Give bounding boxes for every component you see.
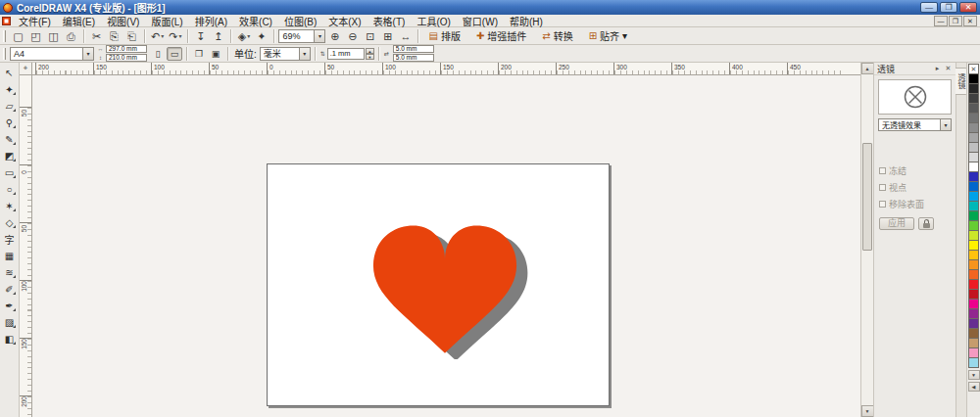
eyedropper-tool[interactable]: ✐: [1, 281, 18, 297]
dropdown-arrow-icon[interactable]: ▾: [247, 32, 250, 39]
crop-tool[interactable]: ▱: [1, 98, 18, 114]
checkbox-icon[interactable]: [879, 201, 886, 208]
dropdown-arrow-icon[interactable]: ▾: [161, 32, 164, 39]
lens-option-checkbox[interactable]: 视点: [879, 181, 951, 194]
dropdown-arrow-icon[interactable]: ▾: [178, 32, 181, 39]
cut-button[interactable]: ✂: [88, 28, 105, 44]
freehand-tool[interactable]: ✎: [1, 131, 18, 147]
polygon-tool[interactable]: ✶: [1, 198, 18, 213]
snap-button[interactable]: ⊞贴齐▾: [583, 28, 633, 44]
units-combo[interactable]: 毫米 ▾: [260, 47, 311, 61]
dropdown-arrow-icon[interactable]: ▾: [314, 30, 324, 42]
horizontal-ruler[interactable]: 20015010050050100150200250300350400450: [32, 63, 860, 75]
save-button[interactable]: ◫: [45, 28, 62, 44]
paper-type-combo[interactable]: A4 ▾: [10, 47, 94, 61]
palette-flyout-icon[interactable]: ◀: [968, 382, 980, 392]
paper-height-field[interactable]: 210.0 mm: [106, 54, 147, 62]
fill-tool[interactable]: ▨: [1, 314, 18, 330]
spin-down-icon[interactable]: ▾: [366, 54, 374, 60]
table-tool[interactable]: ▦: [1, 248, 18, 263]
undo-button[interactable]: ↶▾: [149, 28, 166, 44]
outline-tool[interactable]: ✒: [1, 298, 18, 313]
color-swatch[interactable]: [968, 357, 979, 368]
copy-button[interactable]: ⎘: [106, 28, 122, 44]
menu-item[interactable]: 文本(X): [322, 14, 367, 28]
heart-shape[interactable]: [360, 215, 530, 360]
doc-minimize-button[interactable]: —: [934, 16, 948, 26]
docker-flyout-icon[interactable]: ▸: [933, 65, 942, 72]
menu-item[interactable]: 表格(T): [368, 14, 412, 28]
scrollbar-track[interactable]: [861, 74, 874, 405]
menu-item[interactable]: 窗口(W): [457, 14, 504, 28]
document-icon[interactable]: [2, 17, 11, 25]
zoom-tool[interactable]: ⚲: [1, 115, 18, 130]
drawing-canvas[interactable]: [32, 75, 860, 417]
ruler-origin-button[interactable]: ⌖: [20, 63, 32, 75]
enhanced-plugins-button[interactable]: ✚增强插件: [470, 28, 535, 44]
open-button[interactable]: ◰: [27, 28, 44, 44]
smart-fill-tool[interactable]: ◩: [1, 148, 18, 163]
menu-item[interactable]: 编辑(E): [57, 14, 101, 28]
menu-item[interactable]: 效果(C): [233, 14, 278, 28]
menu-item[interactable]: 排列(A): [189, 14, 233, 28]
rectangle-tool[interactable]: ▭: [1, 164, 18, 180]
zoom-width-button[interactable]: ↔: [397, 28, 414, 44]
welcome-screen-button[interactable]: ✦: [253, 28, 270, 44]
current-page-button[interactable]: ▣: [208, 47, 223, 61]
zoom-selected-button[interactable]: ⊡: [362, 28, 378, 44]
menu-item[interactable]: 帮助(H): [504, 14, 549, 28]
portrait-button[interactable]: ▯: [150, 47, 166, 61]
scrollbar-thumb[interactable]: [862, 143, 872, 251]
menu-item[interactable]: 文件(F): [13, 14, 57, 28]
checkbox-icon[interactable]: [879, 167, 886, 174]
docker-close-icon[interactable]: ✕: [944, 65, 953, 72]
zoom-in-button[interactable]: ⊕: [326, 28, 343, 44]
menu-item[interactable]: 版面(L): [145, 14, 188, 28]
landscape-button[interactable]: ▭: [167, 47, 182, 61]
print-button[interactable]: ⎙: [63, 28, 79, 44]
vertical-scrollbar[interactable]: ▲ ▼: [860, 63, 873, 417]
zoom-level-combo[interactable]: 69% ▾: [278, 29, 325, 43]
lens-option-checkbox[interactable]: 冻结: [879, 164, 951, 177]
scroll-down-icon[interactable]: ▼: [861, 405, 874, 417]
nudge-spinner[interactable]: ▴ ▾: [366, 48, 374, 60]
shape-tool[interactable]: ✦: [1, 81, 18, 97]
dropdown-arrow-icon[interactable]: ▾: [299, 48, 310, 60]
interactive-fill-tool[interactable]: ◧: [1, 331, 18, 347]
palette-scroll-down-icon[interactable]: ▼: [968, 370, 980, 380]
lens-option-checkbox[interactable]: 移除表面: [879, 198, 951, 210]
paste-button[interactable]: ⎗: [123, 28, 140, 44]
nudge-offset-field[interactable]: .1 mm: [327, 48, 365, 60]
toolbar-handle[interactable]: [3, 48, 6, 60]
new-document-button[interactable]: ▢: [10, 28, 26, 44]
pick-tool[interactable]: ↖: [1, 65, 18, 80]
apply-button[interactable]: 应用: [879, 217, 914, 230]
vertical-ruler[interactable]: 50050100150200: [20, 75, 32, 417]
ellipse-tool[interactable]: ○: [1, 181, 18, 197]
export-button[interactable]: ↥: [210, 28, 226, 44]
zoom-page-button[interactable]: ⊞: [379, 28, 396, 44]
basic-shapes-tool[interactable]: ◇: [1, 214, 18, 230]
paper-width-field[interactable]: 297.0 mm: [106, 45, 147, 53]
convert-button[interactable]: ⇄转换: [536, 28, 581, 44]
blend-tool[interactable]: ≋: [1, 264, 18, 280]
close-button[interactable]: ✕: [959, 2, 977, 13]
text-tool[interactable]: 字: [1, 231, 18, 247]
all-pages-button[interactable]: ❐: [191, 47, 207, 61]
checkbox-icon[interactable]: [879, 184, 886, 191]
zoom-out-button[interactable]: ⊖: [344, 28, 361, 44]
lock-button[interactable]: [918, 217, 934, 230]
redo-button[interactable]: ↷▾: [167, 28, 183, 44]
menu-item[interactable]: 位图(B): [278, 14, 322, 28]
scroll-up-icon[interactable]: ▲: [861, 63, 874, 74]
typesetting-button[interactable]: ▤排版: [422, 28, 468, 44]
doc-close-button[interactable]: ✕: [963, 16, 977, 26]
menu-item[interactable]: 工具(O): [411, 14, 456, 28]
application-launcher-button[interactable]: ◈▾: [235, 28, 252, 44]
menu-item[interactable]: 视图(V): [101, 14, 145, 28]
dropdown-arrow-icon[interactable]: ▾: [82, 48, 93, 60]
docker-title-bar[interactable]: 透镜 ▸ ✕: [874, 63, 956, 75]
maximize-button[interactable]: ❐: [940, 2, 957, 13]
lens-effect-select[interactable]: 无透镜效果 ▾: [878, 118, 952, 131]
toolbar-handle[interactable]: [3, 30, 6, 42]
